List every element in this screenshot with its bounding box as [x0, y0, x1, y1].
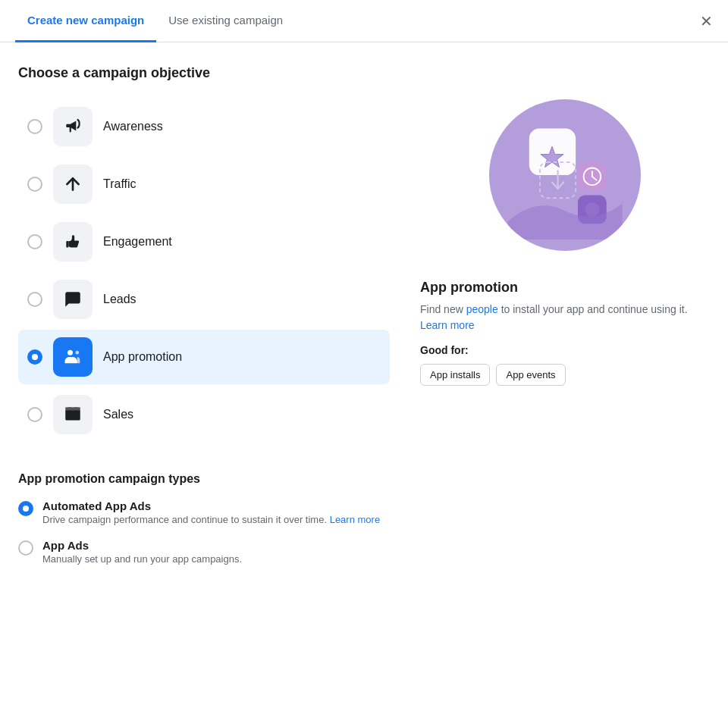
campaign-type-app-ads-desc: Manually set up and run your app campaig…	[42, 553, 242, 565]
modal-container: Create new campaign Use existing campaig…	[0, 0, 728, 717]
radio-inner-dot	[32, 354, 38, 360]
tag-app-events: App events	[496, 364, 565, 386]
detail-desc-start: Find new	[420, 303, 466, 315]
detail-desc-middle: to install your app and continue using i…	[498, 303, 688, 315]
tag-app-installs: App installs	[420, 364, 490, 386]
campaign-type-automated-desc: Drive campaign performance and continue …	[42, 514, 380, 525]
objective-label-engagement: Engagement	[103, 235, 172, 249]
campaign-type-automated-text: Automated App Ads Drive campaign perform…	[42, 499, 380, 525]
icon-awareness	[53, 107, 93, 146]
objective-item-leads[interactable]: Leads	[18, 272, 390, 327]
radio-leads[interactable]	[27, 292, 42, 307]
main-layout: Awareness Traffic	[18, 99, 710, 445]
detail-link-learn-more[interactable]: Learn more	[420, 319, 475, 331]
objective-label-app-promotion: App promotion	[103, 350, 182, 364]
tags-container: App installs App events	[420, 364, 710, 386]
detail-panel: App promotion Find new people to install…	[420, 99, 710, 445]
campaign-type-automated-label: Automated App Ads	[42, 499, 380, 512]
objective-item-sales[interactable]: Sales	[18, 387, 390, 442]
objectives-panel: Awareness Traffic	[18, 99, 390, 445]
objective-item-app-promotion[interactable]: App promotion	[18, 330, 390, 384]
detail-illustration	[489, 99, 641, 251]
icon-sales	[53, 395, 93, 434]
radio-traffic[interactable]	[27, 177, 42, 192]
svg-point-2	[76, 351, 80, 355]
close-button[interactable]: ✕	[700, 14, 713, 29]
svg-point-15	[585, 202, 599, 217]
detail-title: App promotion	[420, 280, 710, 296]
campaign-types-title: App promotion campaign types	[18, 472, 710, 486]
objective-label-awareness: Awareness	[103, 120, 163, 133]
objective-item-awareness[interactable]: Awareness	[18, 99, 390, 154]
radio-automated-app-ads[interactable]	[18, 501, 33, 516]
radio-app-ads[interactable]	[18, 540, 33, 556]
good-for-label: Good for:	[420, 344, 710, 356]
campaign-type-app-ads-text: App Ads Manually set up and run your app…	[42, 539, 242, 565]
objective-label-traffic: Traffic	[103, 177, 136, 191]
campaign-type-automated[interactable]: Automated App Ads Drive campaign perform…	[18, 499, 710, 525]
icon-traffic	[53, 164, 93, 204]
radio-engagement[interactable]	[27, 234, 42, 249]
tab-use-existing[interactable]: Use existing campaign	[156, 0, 295, 42]
section-title: Choose a campaign objective	[18, 65, 710, 81]
objective-item-traffic[interactable]: Traffic	[18, 157, 390, 211]
radio-awareness[interactable]	[27, 119, 42, 134]
objective-label-leads: Leads	[103, 293, 136, 306]
radio-sales[interactable]	[27, 407, 42, 422]
modal-content: Choose a campaign objective Awareness	[0, 42, 728, 596]
campaign-type-app-ads[interactable]: App Ads Manually set up and run your app…	[18, 539, 710, 565]
campaign-type-automated-learn-more[interactable]: Learn more	[330, 514, 380, 525]
radio-inner-automated	[23, 506, 29, 512]
icon-app-promotion	[53, 337, 93, 377]
objective-label-sales: Sales	[103, 408, 133, 421]
tabs-bar: Create new campaign Use existing campaig…	[0, 0, 728, 42]
svg-rect-3	[65, 410, 80, 421]
icon-engagement	[53, 222, 93, 261]
svg-point-1	[67, 350, 73, 355]
radio-app-promotion[interactable]	[27, 349, 42, 365]
objective-item-engagement[interactable]: Engagement	[18, 214, 390, 269]
detail-link-people[interactable]: people	[466, 303, 498, 315]
icon-leads	[53, 280, 93, 319]
campaign-type-app-ads-label: App Ads	[42, 539, 242, 552]
detail-description: Find new people to install your app and …	[420, 302, 710, 333]
tab-create-new[interactable]: Create new campaign	[15, 0, 156, 42]
campaign-types-section: App promotion campaign types Automated A…	[18, 472, 710, 565]
svg-rect-0	[66, 241, 68, 248]
svg-rect-6	[65, 407, 80, 410]
